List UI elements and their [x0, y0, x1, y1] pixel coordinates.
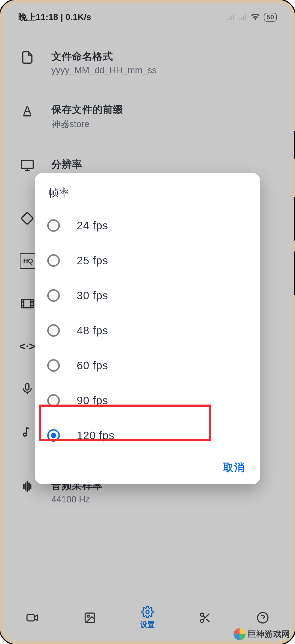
- radio-icon: [47, 394, 60, 407]
- radio-option-24[interactable]: 24 fps: [35, 208, 260, 243]
- radio-label: 24 fps: [77, 219, 108, 232]
- watermark-logo-icon: [234, 628, 246, 640]
- radio-label: 60 fps: [77, 359, 108, 372]
- radio-icon: [47, 254, 60, 267]
- radio-option-60[interactable]: 60 fps: [35, 348, 260, 383]
- radio-icon-checked: [47, 429, 60, 442]
- radio-option-48[interactable]: 48 fps: [35, 313, 260, 348]
- radio-option-120[interactable]: 120 fps: [35, 418, 260, 453]
- cancel-button[interactable]: 取消: [223, 462, 245, 473]
- radio-icon: [47, 359, 60, 372]
- radio-icon: [47, 219, 60, 232]
- radio-label: 30 fps: [77, 289, 108, 302]
- radio-option-30[interactable]: 30 fps: [35, 278, 260, 313]
- dialog-title: 帧率: [35, 186, 260, 208]
- watermark: 巨神游戏网: [234, 628, 290, 640]
- radio-label: 48 fps: [77, 324, 108, 337]
- radio-label: 90 fps: [77, 394, 108, 407]
- framerate-dialog: 帧率 24 fps 25 fps 30 fps 48 fps 60 fps 90…: [35, 173, 260, 484]
- radio-option-90[interactable]: 90 fps: [35, 383, 260, 418]
- radio-icon: [47, 324, 60, 337]
- radio-option-25[interactable]: 25 fps: [35, 243, 260, 278]
- radio-label: 120 fps: [77, 429, 114, 442]
- radio-icon: [47, 289, 60, 302]
- radio-label: 25 fps: [77, 254, 108, 267]
- watermark-text: 巨神游戏网: [248, 629, 290, 640]
